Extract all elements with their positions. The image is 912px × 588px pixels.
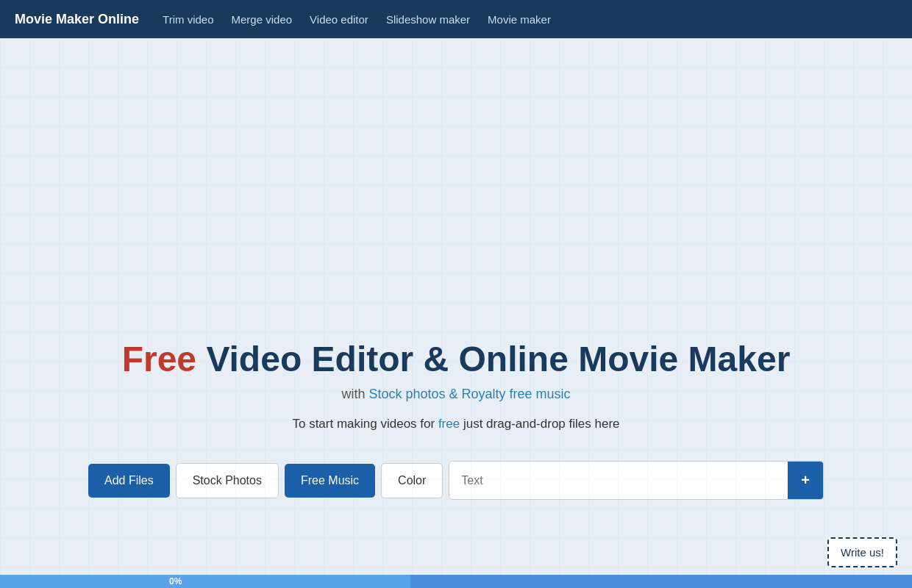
drag-suffix: just drag-and-drop files here	[460, 417, 619, 431]
progress-bar-container: 0%	[0, 575, 912, 588]
write-us-button[interactable]: Write us!	[827, 537, 897, 567]
drag-prefix: To start making videos for	[292, 417, 438, 431]
progress-label: 0%	[169, 575, 182, 588]
main-nav: Trim video Merge video Video editor Slid…	[163, 13, 551, 26]
site-title[interactable]: Movie Maker Online	[15, 12, 139, 27]
hero-section: Free Video Editor & Online Movie Maker w…	[122, 339, 791, 431]
main-content: Free Video Editor & Online Movie Maker w…	[0, 38, 912, 588]
add-files-button[interactable]: Add Files	[88, 464, 170, 498]
progress-bar-fill	[0, 575, 410, 588]
nav-merge-video[interactable]: Merge video	[232, 13, 293, 26]
nav-movie-maker[interactable]: Movie maker	[488, 13, 551, 26]
hero-subtitle: with Stock photos & Royalty free music	[122, 387, 791, 402]
text-input[interactable]	[449, 464, 788, 498]
hero-title-rest: Video Editor & Online Movie Maker	[196, 340, 790, 379]
subtitle-prefix: with	[341, 387, 368, 401]
add-text-button[interactable]: +	[788, 462, 823, 499]
text-input-wrapper: +	[449, 461, 824, 500]
nav-trim-video[interactable]: Trim video	[163, 13, 213, 26]
color-button[interactable]: Color	[381, 463, 443, 498]
toolbar: Add Files Stock Photos Free Music Color …	[88, 461, 824, 500]
header: Movie Maker Online Trim video Merge vide…	[0, 0, 912, 38]
drag-free: free	[438, 417, 460, 431]
free-music-button[interactable]: Free Music	[285, 464, 375, 498]
nav-slideshow-maker[interactable]: Slideshow maker	[386, 13, 470, 26]
hero-title: Free Video Editor & Online Movie Maker	[122, 339, 791, 379]
nav-video-editor[interactable]: Video editor	[310, 13, 368, 26]
hero-free-text: Free	[122, 340, 196, 379]
hero-drag-text: To start making videos for free just dra…	[122, 417, 791, 431]
subtitle-link[interactable]: Stock photos & Royalty free music	[368, 387, 570, 401]
stock-photos-button[interactable]: Stock Photos	[176, 463, 279, 498]
background-pattern	[0, 38, 912, 588]
